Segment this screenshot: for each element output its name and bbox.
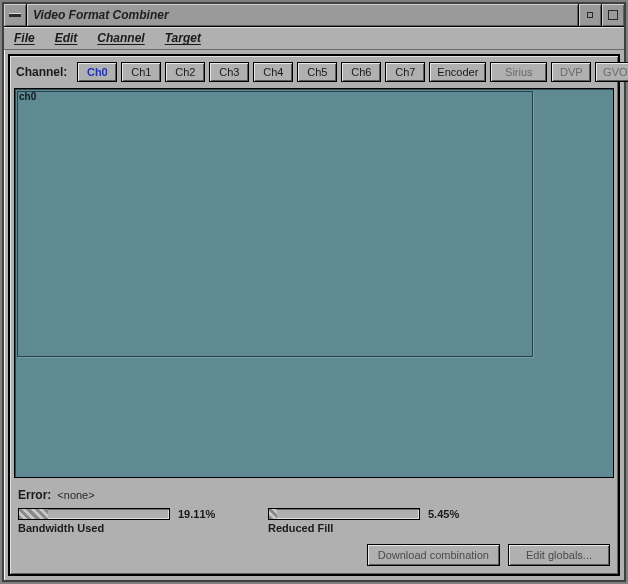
titlebar: Video Format Combiner bbox=[4, 4, 624, 27]
channel-button-gvo[interactable]: GVO bbox=[595, 62, 628, 82]
edit-globals-button[interactable]: Edit globals... bbox=[508, 544, 610, 566]
menu-channel[interactable]: Channel bbox=[95, 29, 146, 47]
client-area: Channel: Ch0 Ch1 Ch2 Ch3 Ch4 Ch5 Ch6 Ch7… bbox=[8, 54, 620, 576]
bandwidth-value: 19.11% bbox=[178, 508, 215, 520]
maximize-icon bbox=[608, 10, 618, 20]
channel-button-ch3[interactable]: Ch3 bbox=[209, 62, 249, 82]
minimize-icon bbox=[587, 12, 593, 18]
bandwidth-bar bbox=[18, 508, 170, 520]
channel-button-ch5[interactable]: Ch5 bbox=[297, 62, 337, 82]
bandwidth-caption: Bandwidth Used bbox=[18, 522, 228, 534]
hamburger-icon bbox=[9, 13, 21, 17]
window-maximize-button[interactable] bbox=[601, 4, 624, 26]
menu-edit[interactable]: Edit bbox=[53, 29, 80, 47]
channel-button-ch7[interactable]: Ch7 bbox=[385, 62, 425, 82]
channel-button-ch2[interactable]: Ch2 bbox=[165, 62, 205, 82]
channel-button-sirius[interactable]: Sirius bbox=[490, 62, 547, 82]
error-value: <none> bbox=[57, 489, 94, 501]
app-window: Video Format Combiner File Edit Channel … bbox=[2, 2, 626, 582]
bottom-button-row: Download combination Edit globals... bbox=[18, 544, 610, 566]
channel0-region[interactable] bbox=[17, 91, 533, 357]
channel-button-encoder[interactable]: Encoder bbox=[429, 62, 486, 82]
channel-button-ch6[interactable]: Ch6 bbox=[341, 62, 381, 82]
menu-file[interactable]: File bbox=[12, 29, 37, 47]
reducedfill-bar bbox=[268, 508, 420, 520]
window-minimize-button[interactable] bbox=[578, 4, 601, 26]
status-area: Error: <none> 19.11% Bandwidth Used bbox=[14, 478, 614, 570]
reducedfill-caption: Reduced Fill bbox=[268, 522, 478, 534]
error-label: Error: bbox=[18, 488, 51, 502]
reducedfill-meter: 5.45% Reduced Fill bbox=[268, 508, 478, 534]
channel-button-ch4[interactable]: Ch4 bbox=[253, 62, 293, 82]
window-title: Video Format Combiner bbox=[27, 4, 578, 26]
window-menu-button[interactable] bbox=[4, 4, 27, 26]
bandwidth-meter: 19.11% Bandwidth Used bbox=[18, 508, 228, 534]
channel-button-dvp[interactable]: DVP bbox=[551, 62, 591, 82]
channel-button-ch1[interactable]: Ch1 bbox=[121, 62, 161, 82]
meters: 19.11% Bandwidth Used 5.45% Reduced Fill bbox=[18, 508, 610, 534]
menubar: File Edit Channel Target bbox=[4, 27, 624, 50]
menu-target[interactable]: Target bbox=[163, 29, 203, 47]
error-row: Error: <none> bbox=[18, 488, 610, 502]
channel0-region-label: ch0 bbox=[19, 91, 36, 102]
download-combination-button[interactable]: Download combination bbox=[367, 544, 500, 566]
channel-label: Channel: bbox=[16, 65, 73, 79]
reducedfill-value: 5.45% bbox=[428, 508, 459, 520]
channel-button-ch0[interactable]: Ch0 bbox=[77, 62, 117, 82]
bandwidth-fill bbox=[19, 509, 48, 519]
channel-selector-row: Channel: Ch0 Ch1 Ch2 Ch3 Ch4 Ch5 Ch6 Ch7… bbox=[14, 60, 614, 88]
reducedfill-fill bbox=[269, 509, 277, 519]
canvas-wrap: ch0 bbox=[14, 88, 614, 478]
canvas[interactable]: ch0 bbox=[14, 88, 614, 478]
